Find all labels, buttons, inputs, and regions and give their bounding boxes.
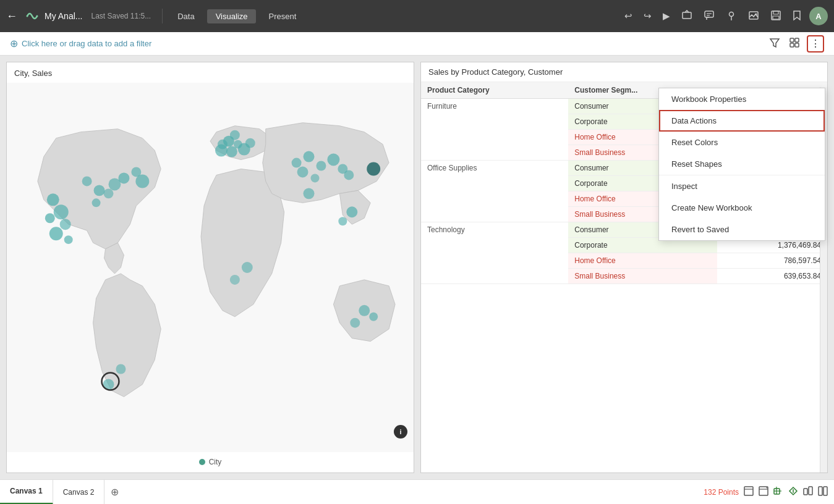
share-button[interactable] — [678, 7, 696, 25]
svg-point-20 — [45, 213, 55, 223]
legend-label: City — [209, 458, 222, 466]
svg-point-1 — [36, 15, 38, 17]
bottom-icon-2[interactable] — [759, 486, 768, 498]
grid-icon[interactable] — [787, 35, 802, 52]
svg-point-23 — [64, 235, 73, 244]
svg-rect-60 — [744, 487, 753, 495]
menu-create-new-workbook[interactable]: Create New Workbook — [659, 197, 825, 219]
svg-point-55 — [369, 313, 378, 321]
menu-reset-shapes[interactable]: Reset Shapes — [659, 153, 825, 175]
tab-canvas-2[interactable]: Canvas 2 — [53, 480, 105, 505]
toolbar: ← My Anal... Last Saved 11:5... Data Vis… — [0, 0, 834, 32]
svg-rect-71 — [819, 487, 822, 495]
svg-point-19 — [54, 204, 69, 219]
svg-point-49 — [311, 174, 320, 182]
svg-point-51 — [346, 206, 357, 217]
value-cell: 786,597.54 — [717, 253, 827, 269]
bookmark-button[interactable] — [789, 7, 804, 25]
table-title: Sales by Product Category, Customer — [421, 62, 827, 82]
category-furniture: Furniture — [421, 99, 568, 161]
svg-point-21 — [60, 219, 71, 230]
bottom-icon-4[interactable] — [788, 486, 798, 498]
svg-point-58 — [304, 188, 315, 199]
map-panel: City, Sales — [6, 62, 414, 473]
svg-point-39 — [245, 138, 255, 148]
svg-point-46 — [327, 154, 339, 166]
save-button[interactable] — [767, 7, 785, 25]
funnel-icon[interactable] — [767, 35, 782, 52]
user-avatar[interactable]: A — [809, 7, 828, 25]
legend-color-dot — [199, 459, 205, 465]
more-options-button[interactable]: ⋮ — [807, 35, 824, 52]
nav-data[interactable]: Data — [169, 9, 203, 23]
bottom-icon-5[interactable] — [803, 486, 813, 498]
menu-reset-colors[interactable]: Reset Colors — [659, 132, 825, 153]
svg-point-44 — [304, 151, 315, 162]
svg-point-43 — [292, 158, 302, 168]
svg-rect-2 — [683, 12, 691, 19]
svg-point-25 — [94, 185, 105, 196]
menu-inspect[interactable]: Inspect — [659, 175, 825, 197]
svg-point-52 — [338, 217, 347, 225]
svg-point-45 — [316, 161, 326, 171]
col-product-category: Product Category — [421, 82, 568, 99]
svg-point-59 — [367, 162, 380, 176]
svg-point-8 — [755, 13, 757, 15]
tab-bar: Canvas 1 Canvas 2 ⊕ 132 Points — [0, 479, 834, 504]
svg-rect-13 — [790, 38, 794, 42]
svg-point-18 — [47, 193, 59, 206]
pin-button[interactable] — [723, 7, 740, 25]
bottom-icon-3[interactable] — [773, 486, 783, 498]
map-info-button[interactable]: i — [394, 425, 407, 439]
world-map — [7, 62, 414, 472]
image-button[interactable] — [745, 7, 762, 25]
svg-point-56 — [242, 262, 253, 273]
filter-bar: ⊕ Click here or drag data to add a filte… — [0, 32, 834, 56]
comment-button[interactable] — [700, 7, 718, 25]
map-title: City, Sales — [14, 69, 52, 78]
tab-add-button[interactable]: ⊕ — [104, 480, 125, 505]
nav-visualize[interactable]: Visualize — [207, 9, 257, 23]
category-office-supplies: Office Supplies — [421, 161, 568, 222]
map-legend: City — [7, 458, 414, 466]
points-count: 132 Points — [704, 488, 739, 497]
nav-present[interactable]: Present — [260, 9, 305, 23]
redo-button[interactable]: ↪ — [640, 8, 655, 24]
svg-point-57 — [230, 275, 240, 285]
svg-rect-72 — [823, 487, 827, 495]
dropdown-menu: Workbook Properties Data Actions Reset C… — [658, 88, 825, 241]
app-icon — [23, 7, 41, 25]
filter-add[interactable]: ⊕ Click here or drag data to add a filte… — [10, 38, 151, 49]
svg-rect-3 — [705, 11, 713, 17]
svg-point-54 — [350, 318, 360, 328]
svg-point-41 — [230, 130, 240, 140]
svg-point-48 — [297, 166, 308, 177]
svg-point-27 — [104, 188, 114, 198]
svg-point-22 — [49, 227, 63, 240]
svg-rect-11 — [773, 16, 779, 19]
workbook-title[interactable]: My Anal... — [45, 11, 82, 21]
run-button[interactable]: ▶ — [660, 8, 673, 24]
undo-button[interactable]: ↩ — [621, 8, 636, 24]
svg-point-26 — [92, 198, 101, 207]
segment-cell[interactable]: Home Office — [568, 253, 717, 269]
svg-point-29 — [118, 172, 129, 183]
plus-circle-icon: ⊕ — [10, 38, 18, 49]
menu-workbook-properties[interactable]: Workbook Properties — [659, 88, 825, 110]
segment-cell[interactable]: Small Business — [568, 269, 717, 284]
menu-revert-to-saved[interactable]: Revert to Saved — [659, 219, 825, 240]
tab-canvas-1[interactable]: Canvas 1 — [0, 480, 53, 505]
svg-rect-70 — [809, 487, 812, 495]
svg-point-31 — [135, 174, 149, 188]
svg-rect-62 — [759, 487, 768, 495]
category-technology: Technology — [421, 222, 568, 284]
bottom-icon-1[interactable] — [744, 486, 754, 498]
bottom-icon-6[interactable] — [818, 486, 828, 498]
back-button[interactable]: ← — [6, 10, 17, 23]
menu-data-actions[interactable]: Data Actions — [659, 110, 825, 132]
svg-marker-12 — [770, 39, 779, 47]
svg-rect-16 — [795, 43, 799, 47]
filter-text[interactable]: Click here or drag data to add a filter — [22, 39, 151, 48]
svg-point-53 — [359, 305, 370, 316]
value-cell: 639,653.84 — [717, 269, 827, 284]
